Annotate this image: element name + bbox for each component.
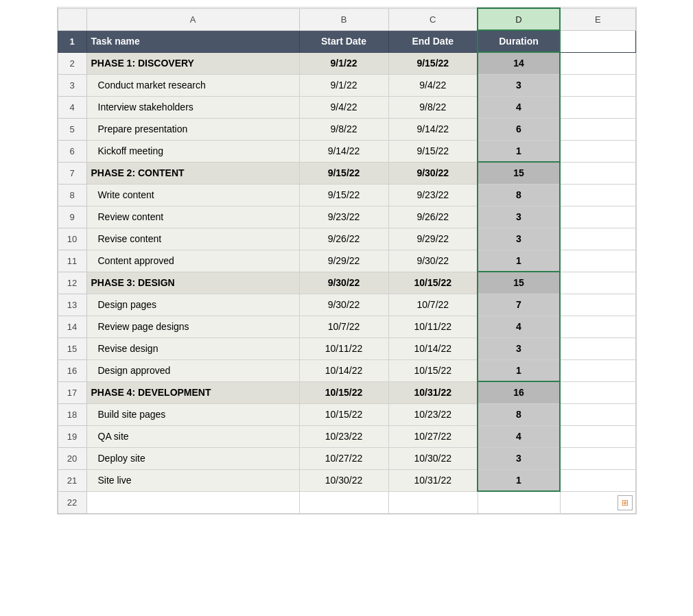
- end-date-cell[interactable]: 9/30/22: [388, 162, 478, 184]
- start-date-cell[interactable]: 10/15/22: [299, 403, 388, 425]
- end-date-cell[interactable]: 9/15/22: [388, 52, 478, 74]
- end-date-cell[interactable]: 9/8/22: [388, 96, 478, 118]
- row-num: 11: [58, 250, 86, 272]
- duration-cell[interactable]: 8: [478, 403, 560, 425]
- duration-cell[interactable]: 3: [478, 206, 560, 228]
- task-name-cell[interactable]: PHASE 2: CONTENT: [86, 162, 299, 184]
- end-date-cell[interactable]: 10/15/22: [388, 272, 478, 294]
- start-date-cell[interactable]: 9/15/22: [299, 162, 388, 184]
- start-date-cell[interactable]: 10/7/22: [299, 316, 388, 337]
- start-date-cell[interactable]: 9/30/22: [299, 294, 388, 316]
- duration-cell[interactable]: 1: [478, 359, 560, 381]
- col-header-e[interactable]: E: [560, 8, 635, 30]
- duration-cell[interactable]: 1: [478, 469, 560, 491]
- duration-cell[interactable]: 3: [478, 447, 560, 469]
- task-name-cell[interactable]: Conduct market research: [86, 74, 299, 96]
- duration-cell[interactable]: 3: [478, 337, 560, 359]
- main-table: A B C D E 1 Task name Start Date End Dat…: [58, 8, 636, 514]
- task-name-cell[interactable]: Interview stakeholders: [86, 96, 299, 118]
- end-date-cell[interactable]: 10/31/22: [388, 469, 478, 491]
- end-date-cell[interactable]: 9/30/22: [388, 250, 478, 272]
- end-date-cell[interactable]: 9/15/22: [388, 140, 478, 162]
- start-date-cell[interactable]: 10/30/22: [299, 469, 388, 491]
- task-name-cell[interactable]: Deploy site: [86, 447, 299, 469]
- row-num: 20: [58, 447, 86, 469]
- task-name-cell[interactable]: Revise content: [86, 228, 299, 250]
- end-date-cell[interactable]: 9/29/22: [388, 228, 478, 250]
- duration-cell[interactable]: 3: [478, 228, 560, 250]
- end-date-cell[interactable]: 9/26/22: [388, 206, 478, 228]
- empty-e-cell: [560, 294, 635, 316]
- task-name-cell[interactable]: Kickoff meeting: [86, 140, 299, 162]
- start-date-cell[interactable]: 9/15/22: [299, 184, 388, 206]
- task-empty[interactable]: [86, 491, 299, 513]
- duration-cell[interactable]: 6: [478, 118, 560, 140]
- empty-e-cell: [560, 337, 635, 359]
- duration-cell[interactable]: 4: [478, 316, 560, 337]
- duration-cell[interactable]: 8: [478, 184, 560, 206]
- start-empty[interactable]: [299, 491, 388, 513]
- start-date-cell[interactable]: 10/11/22: [299, 337, 388, 359]
- duration-cell[interactable]: 7: [478, 294, 560, 316]
- start-date-cell[interactable]: 9/23/22: [299, 206, 388, 228]
- start-date-cell[interactable]: 10/14/22: [299, 359, 388, 381]
- end-empty[interactable]: [388, 491, 478, 513]
- start-date-cell[interactable]: 10/27/22: [299, 447, 388, 469]
- task-name-cell[interactable]: Prepare presentation: [86, 118, 299, 140]
- end-date-cell[interactable]: 10/30/22: [388, 447, 478, 469]
- duration-cell[interactable]: 1: [478, 250, 560, 272]
- task-name-cell[interactable]: PHASE 1: DISCOVERY: [86, 52, 299, 74]
- end-date-cell[interactable]: 10/14/22: [388, 337, 478, 359]
- task-name-cell[interactable]: PHASE 3: DESIGN: [86, 272, 299, 294]
- duration-cell[interactable]: 4: [478, 425, 560, 447]
- start-date-cell[interactable]: 9/26/22: [299, 228, 388, 250]
- task-name-cell[interactable]: Write content: [86, 184, 299, 206]
- row-num: 19: [58, 425, 86, 447]
- duration-cell[interactable]: 14: [478, 52, 560, 74]
- task-name-cell[interactable]: QA site: [86, 425, 299, 447]
- end-date-cell[interactable]: 10/7/22: [388, 294, 478, 316]
- end-date-cell[interactable]: 10/27/22: [388, 425, 478, 447]
- start-date-cell[interactable]: 9/1/22: [299, 74, 388, 96]
- end-date-cell[interactable]: 10/15/22: [388, 359, 478, 381]
- task-name-cell[interactable]: Review content: [86, 206, 299, 228]
- end-date-cell[interactable]: 10/23/22: [388, 403, 478, 425]
- start-date-cell[interactable]: 9/8/22: [299, 118, 388, 140]
- col-header-a[interactable]: A: [86, 8, 299, 30]
- start-date-cell[interactable]: 10/23/22: [299, 425, 388, 447]
- start-date-cell[interactable]: 9/1/22: [299, 52, 388, 74]
- task-name-cell[interactable]: Build site pages: [86, 403, 299, 425]
- duration-cell[interactable]: 1: [478, 140, 560, 162]
- start-date-cell[interactable]: 9/14/22: [299, 140, 388, 162]
- col-header-b[interactable]: B: [299, 8, 388, 30]
- duration-cell[interactable]: 15: [478, 272, 560, 294]
- empty-e-cell: [560, 469, 635, 491]
- task-name-cell[interactable]: Design approved: [86, 359, 299, 381]
- task-name-cell[interactable]: Design pages: [86, 294, 299, 316]
- col-header-c[interactable]: C: [388, 8, 478, 30]
- row-num: 13: [58, 294, 86, 316]
- start-date-cell[interactable]: 9/4/22: [299, 96, 388, 118]
- col-header-d[interactable]: D: [478, 8, 560, 30]
- duration-cell[interactable]: 16: [478, 381, 560, 403]
- row-num: 4: [58, 96, 86, 118]
- start-date-cell[interactable]: 10/15/22: [299, 381, 388, 403]
- start-date-cell[interactable]: 9/29/22: [299, 250, 388, 272]
- end-date-cell[interactable]: 10/31/22: [388, 381, 478, 403]
- task-name-cell[interactable]: Review page designs: [86, 316, 299, 337]
- duration-empty[interactable]: [478, 491, 560, 513]
- task-name-cell[interactable]: Revise design: [86, 337, 299, 359]
- table-row: 6Kickoff meeting9/14/229/15/221: [58, 140, 635, 162]
- task-name-cell[interactable]: Site live: [86, 469, 299, 491]
- duration-cell[interactable]: 15: [478, 162, 560, 184]
- end-date-cell[interactable]: 9/4/22: [388, 74, 478, 96]
- duration-cell[interactable]: 4: [478, 96, 560, 118]
- task-name-cell[interactable]: Content approved: [86, 250, 299, 272]
- paste-icon[interactable]: ⊞: [618, 495, 633, 510]
- end-date-cell[interactable]: 9/23/22: [388, 184, 478, 206]
- end-date-cell[interactable]: 10/11/22: [388, 316, 478, 337]
- end-date-cell[interactable]: 9/14/22: [388, 118, 478, 140]
- duration-cell[interactable]: 3: [478, 74, 560, 96]
- task-name-cell[interactable]: PHASE 4: DEVELOPMENT: [86, 381, 299, 403]
- start-date-cell[interactable]: 9/30/22: [299, 272, 388, 294]
